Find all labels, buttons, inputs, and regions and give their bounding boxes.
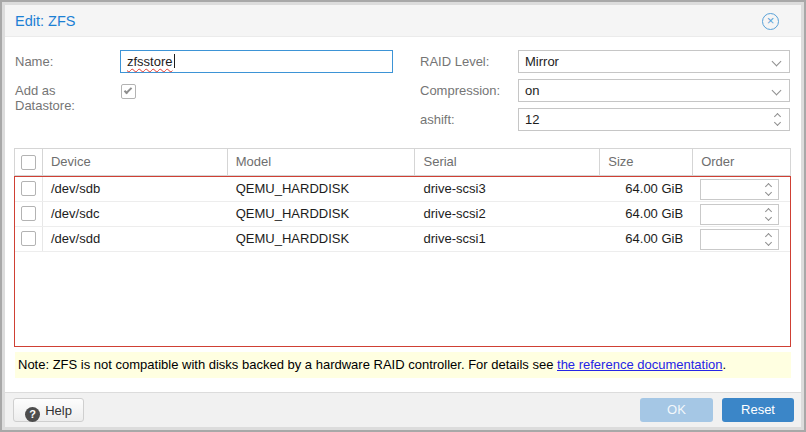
- cell-device: /dev/sdb: [43, 177, 228, 201]
- ashift-value: 12: [525, 112, 539, 127]
- order-spinner[interactable]: [700, 229, 779, 250]
- close-icon[interactable]: ×: [762, 13, 779, 30]
- name-label: Name:: [15, 54, 53, 69]
- table-row[interactable]: /dev/sdd QEMU_HARDDISK drive-scsi1 64.00…: [15, 227, 790, 252]
- raid-level-select[interactable]: Mirror: [518, 50, 790, 73]
- dialog-panel: Edit: ZFS × Name: zfsstore RAID Level: M…: [5, 5, 801, 427]
- ashift-label: ashift:: [420, 112, 455, 127]
- name-input-value: zfsstore: [127, 54, 173, 69]
- reference-documentation-link[interactable]: the reference documentation: [557, 357, 723, 372]
- cell-model: QEMU_HARDDISK: [228, 177, 416, 201]
- row-checkbox[interactable]: [21, 206, 36, 221]
- cell-device: /dev/sdd: [43, 227, 228, 251]
- select-all-checkbox[interactable]: [21, 155, 36, 170]
- column-header-size[interactable]: Size: [600, 149, 693, 175]
- cell-serial: drive-scsi1: [415, 227, 600, 251]
- cell-size: 64.00 GiB: [600, 202, 693, 226]
- cell-size: 64.00 GiB: [600, 227, 693, 251]
- column-header-model[interactable]: Model: [228, 149, 416, 175]
- select-all-cell: [15, 149, 43, 175]
- cell-device: /dev/sdc: [43, 202, 228, 226]
- dialog-titlebar: Edit: ZFS ×: [5, 5, 801, 37]
- disk-grid-header: Device Model Serial Size Order: [14, 148, 791, 176]
- compression-label: Compression:: [420, 83, 500, 98]
- compression-select[interactable]: on: [518, 79, 790, 102]
- cell-serial: drive-scsi2: [415, 202, 600, 226]
- chevron-down-icon: [765, 189, 772, 196]
- disk-grid-body: /dev/sdb QEMU_HARDDISK drive-scsi3 64.00…: [14, 176, 791, 347]
- row-checkbox[interactable]: [21, 231, 36, 246]
- add-as-datastore-checkbox[interactable]: [121, 84, 136, 99]
- cell-serial: drive-scsi3: [415, 177, 600, 201]
- column-header-order[interactable]: Order: [693, 149, 790, 175]
- table-row[interactable]: /dev/sdc QEMU_HARDDISK drive-scsi2 64.00…: [15, 202, 790, 227]
- ashift-spinner[interactable]: 12: [518, 108, 790, 131]
- dialog-title: Edit: ZFS: [15, 5, 75, 37]
- order-spinner[interactable]: [700, 204, 779, 225]
- table-row[interactable]: /dev/sdb QEMU_HARDDISK drive-scsi3 64.00…: [15, 177, 790, 202]
- help-button[interactable]: ?Help: [13, 398, 84, 422]
- column-header-serial[interactable]: Serial: [415, 149, 600, 175]
- cell-model: QEMU_HARDDISK: [228, 202, 416, 226]
- ok-button[interactable]: OK: [640, 398, 713, 422]
- order-spinner[interactable]: [700, 179, 779, 200]
- chevron-down-icon: [774, 119, 781, 126]
- chevron-down-icon: [765, 239, 772, 246]
- chevron-down-icon: [772, 57, 782, 67]
- chevron-down-icon: [765, 214, 772, 221]
- cell-model: QEMU_HARDDISK: [228, 227, 416, 251]
- text-caret: [174, 54, 175, 68]
- reset-button[interactable]: Reset: [722, 398, 794, 422]
- dialog-footer: ?Help OK Reset: [5, 392, 801, 427]
- zfs-note: Note: ZFS is not compatible with disks b…: [15, 352, 791, 378]
- cell-size: 64.00 GiB: [600, 177, 693, 201]
- row-checkbox[interactable]: [21, 181, 36, 196]
- question-circle-icon: ?: [25, 407, 40, 422]
- raid-level-value: Mirror: [525, 54, 559, 69]
- name-input[interactable]: zfsstore: [120, 50, 393, 73]
- edit-zfs-dialog: Edit: ZFS × Name: zfsstore RAID Level: M…: [0, 0, 806, 432]
- raid-level-label: RAID Level:: [420, 54, 489, 69]
- compression-value: on: [525, 83, 539, 98]
- checkmark-icon: [124, 86, 132, 94]
- add-as-datastore-label: Add as Datastore:: [15, 83, 115, 113]
- chevron-down-icon: [772, 86, 782, 96]
- column-header-device[interactable]: Device: [43, 149, 228, 175]
